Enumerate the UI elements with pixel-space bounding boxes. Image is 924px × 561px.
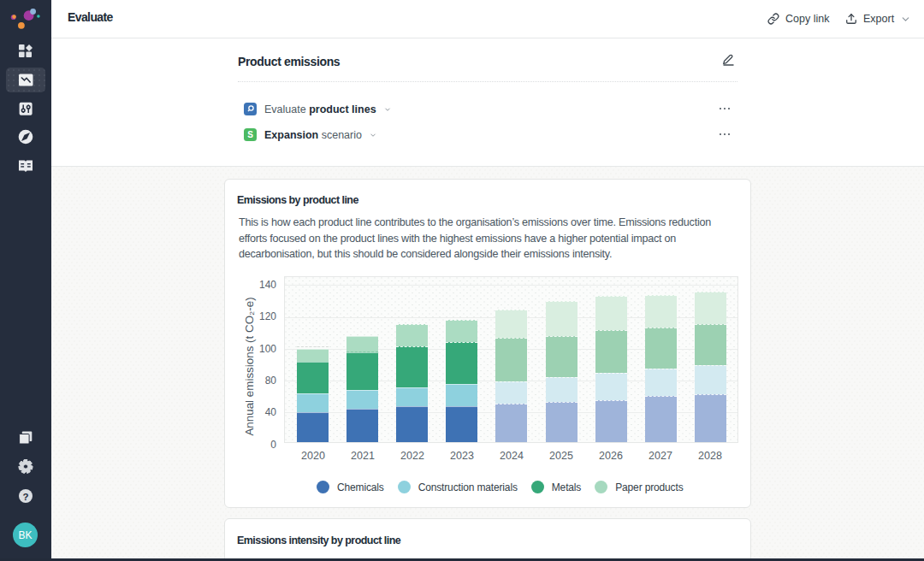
svg-text:BK: BK — [18, 529, 32, 541]
svg-text:?: ? — [22, 492, 28, 502]
